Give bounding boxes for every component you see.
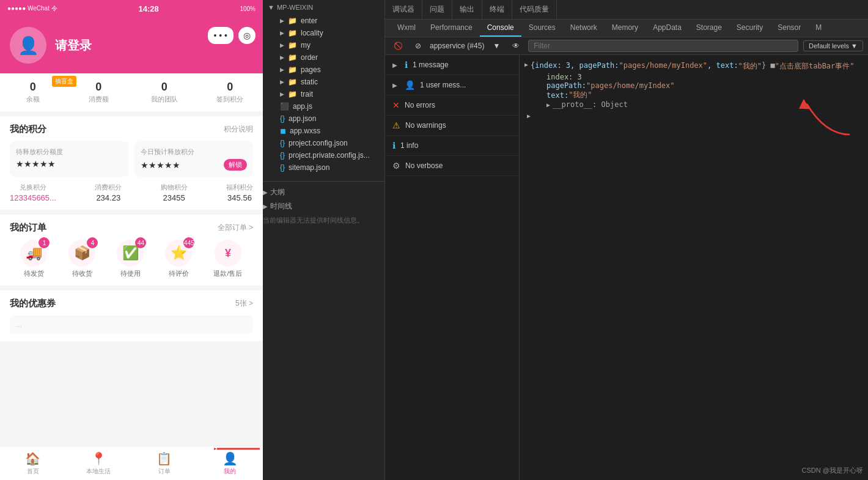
- messages-list: ▶ ℹ 1 message ▶ 👤 1 user mess... ✕ No er…: [385, 55, 520, 480]
- tree-item-projectprivate[interactable]: {} project.private.config.js...: [263, 149, 384, 161]
- tree-item-projectconfig[interactable]: {} project.config.json: [263, 137, 384, 149]
- tree-item-pages[interactable]: ▶ 📁 pages: [263, 64, 384, 76]
- points-link[interactable]: 积分说明: [224, 124, 253, 135]
- tree-item-static[interactable]: ▶ 📁 static: [263, 76, 384, 88]
- nav-orders[interactable]: 📋 订单: [131, 446, 197, 480]
- expand-icon2[interactable]: ▶: [392, 82, 397, 89]
- subtab-sensor[interactable]: Sensor: [770, 20, 808, 37]
- tree-item-my[interactable]: ▶ 📁 my: [263, 39, 384, 51]
- tree-item-trait[interactable]: ▶ 📁 trait: [263, 88, 384, 100]
- tab-quality[interactable]: 代码质量: [512, 0, 557, 19]
- expand-icon[interactable]: ▶: [392, 62, 397, 68]
- eye-button[interactable]: 👁: [509, 40, 523, 51]
- msg-item-info[interactable]: ℹ 1 info: [385, 136, 519, 156]
- tab-debugger[interactable]: 调试器: [385, 0, 422, 19]
- gear-icon: ⚙: [392, 161, 400, 171]
- prop-index: index: 3: [534, 73, 863, 81]
- log-line-1: ▶ {index: 3, pagePath: "pages/home/myInd…: [524, 60, 863, 73]
- stat-checkin-label: 签到积分: [197, 95, 263, 104]
- expand-arrow-1[interactable]: ▶: [524, 61, 528, 68]
- welfare-points[interactable]: 福利积分 345.56: [226, 183, 253, 202]
- subtab-appdata[interactable]: AppData: [645, 20, 689, 37]
- msg-item-warnings[interactable]: ⚠ No warnings: [385, 116, 519, 136]
- nav-home[interactable]: 🏠 首页: [0, 446, 66, 480]
- tab-terminal[interactable]: 终端: [482, 0, 512, 19]
- lottery-badge[interactable]: 抽盲盒: [52, 76, 76, 87]
- record-button[interactable]: ◎: [238, 27, 256, 44]
- tree-item-appjson[interactable]: {} app.json: [263, 113, 384, 125]
- js-file-icon: ⬛: [280, 102, 289, 111]
- order-refund[interactable]: ¥ 退款/售后: [213, 240, 242, 278]
- msg-item-user[interactable]: ▶ 👤 1 user mess...: [385, 75, 519, 95]
- order-pending-receive-icon: 📦4: [68, 240, 95, 267]
- tree-item-appwxss[interactable]: ◼ app.wxss: [263, 125, 384, 137]
- tree-item-order[interactable]: ▶ 📁 order: [263, 51, 384, 64]
- coupons-link[interactable]: 5张 >: [235, 298, 253, 309]
- login-text[interactable]: 请登录: [55, 37, 92, 54]
- coupons-header: 我的优惠券 5张 >: [10, 298, 253, 309]
- tab-problems[interactable]: 问题: [422, 0, 452, 19]
- status-bar: ●●●●● WeChat 令 14:28 100%: [0, 0, 263, 17]
- dots-button[interactable]: • • •: [208, 27, 234, 44]
- subtab-storage[interactable]: Storage: [689, 20, 729, 37]
- receive-label: 待收货: [72, 269, 92, 278]
- tree-root[interactable]: ▼ MP-WEIXIN: [263, 0, 384, 15]
- stats-row: 抽盲盒 0 余额 0 消费额 0 我的团队 0 签到积分: [0, 73, 263, 111]
- timeline-item[interactable]: ▶ 时间线: [263, 199, 384, 213]
- log-entry-event-str: "点击底部tabBar事件": [775, 61, 855, 72]
- order-pending-review[interactable]: ⭐445 待评价: [165, 240, 192, 278]
- welfare-label: 福利积分: [226, 183, 253, 192]
- orders-section: 我的订单 全部订单 > 🚚1 待发货 📦4 待收货: [0, 215, 263, 286]
- unlock-button[interactable]: 解锁: [224, 159, 247, 171]
- tree-item-enter[interactable]: ▶ 📁 enter: [263, 15, 384, 27]
- subtab-performance[interactable]: Performance: [423, 20, 480, 37]
- order-icons: 🚚1 待发货 📦4 待收货 ✅44 待使用: [10, 240, 253, 278]
- order-pending-ship[interactable]: 🚚1 待发货: [20, 240, 47, 278]
- shopping-value: 23455: [161, 193, 188, 202]
- msg-item-message[interactable]: ▶ ℹ 1 message: [385, 55, 519, 75]
- nav-local[interactable]: 📍 本地生活: [66, 446, 132, 480]
- filter-input[interactable]: [528, 40, 798, 52]
- subtab-network[interactable]: Network: [563, 20, 605, 37]
- msg-item-verbose[interactable]: ⚙ No verbose: [385, 156, 519, 176]
- dropdown-button[interactable]: ▼: [489, 40, 504, 51]
- devtools-panel: 调试器 问题 输出 终端 代码质量 Wxml Performance Conso…: [385, 0, 868, 480]
- clear-button[interactable]: 🚫: [390, 40, 406, 51]
- msg-item-errors[interactable]: ✕ No errors: [385, 95, 519, 116]
- shopping-points[interactable]: 购物积分 23455: [161, 183, 188, 202]
- subtab-sources[interactable]: Sources: [521, 20, 563, 37]
- consumption-points[interactable]: 消费积分 234.23: [95, 183, 122, 202]
- tree-item-sitemap[interactable]: {} sitemap.json: [263, 161, 384, 174]
- outline-item[interactable]: ▶ 大纲: [263, 185, 384, 199]
- next-expand: ▶: [524, 111, 863, 120]
- today-points-box: 今日预计释放积分 ★★★★★ 解锁: [134, 141, 253, 177]
- points-section: 我的积分 积分说明 待释放积分额度 ★★★★★ 今日预计释放积分 ★★★★★ 解…: [0, 116, 263, 210]
- levels-button[interactable]: Default levels ▼: [803, 40, 863, 51]
- stat-balance-label: 余额: [0, 95, 66, 104]
- pending-stars: ★★★★★: [16, 159, 122, 169]
- nav-mine[interactable]: 👤 我的: [197, 446, 263, 480]
- pagepath-value: "pages/home/myIndex": [586, 81, 675, 90]
- orders-link[interactable]: 全部订单 >: [218, 223, 253, 233]
- expand-arrow-2[interactable]: ▶: [527, 113, 531, 119]
- exchange-points[interactable]: 兑换积分 123345665...: [10, 183, 56, 202]
- subtab-m[interactable]: M: [808, 20, 829, 37]
- order-pending-use[interactable]: ✅44 待使用: [117, 240, 144, 278]
- orders-header: 我的订单 全部订单 >: [10, 222, 253, 234]
- order-pending-ship-icon: 🚚1: [20, 240, 47, 267]
- stat-team[interactable]: 0 我的团队: [131, 81, 197, 104]
- subtab-memory[interactable]: Memory: [605, 20, 645, 37]
- subtab-console[interactable]: Console: [480, 20, 521, 37]
- order-pending-receive[interactable]: 📦4 待收货: [68, 240, 95, 278]
- proto-expand[interactable]: ▶: [546, 102, 550, 108]
- msg-info-text: 1 info: [400, 141, 418, 150]
- tree-item-appjs[interactable]: ⬛ app.js: [263, 100, 384, 113]
- stat-checkin[interactable]: 0 签到积分: [197, 81, 263, 104]
- tab-output[interactable]: 输出: [452, 0, 482, 19]
- avatar[interactable]: 👤: [10, 27, 46, 64]
- prop-pagepath: pagePath: "pages/home/myIndex": [534, 81, 863, 90]
- subtab-wxml[interactable]: Wxml: [390, 20, 423, 37]
- filter-button[interactable]: ⊘: [411, 40, 425, 51]
- subtab-security[interactable]: Security: [729, 20, 770, 37]
- tree-item-locality[interactable]: ▶ 📁 locality: [263, 27, 384, 39]
